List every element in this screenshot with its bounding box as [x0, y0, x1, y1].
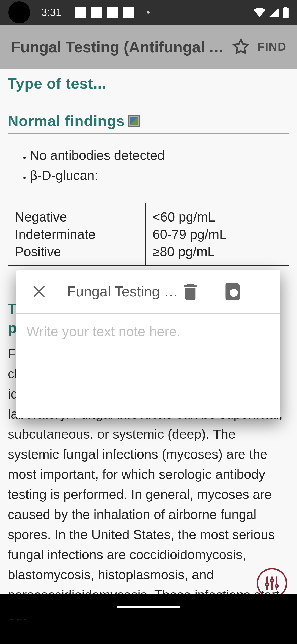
- section-heading-label: Normal findings: [8, 112, 125, 129]
- notification-icon: [75, 7, 86, 18]
- svg-point-0: [232, 291, 236, 295]
- table-cell: Negative: [15, 208, 139, 226]
- settings-fab[interactable]: [257, 568, 287, 598]
- delete-icon[interactable]: [183, 283, 198, 300]
- notification-icon: [107, 7, 118, 18]
- clock: 3:31: [41, 7, 62, 18]
- list-item: β-D-glucan:: [30, 166, 289, 186]
- table-cell: ≥80 pg/mL: [153, 243, 282, 260]
- normal-findings-list: No antibodies detected β-D-glucan:: [8, 134, 289, 192]
- cell-signal-icon: [269, 8, 279, 17]
- svg-point-6: [276, 585, 278, 587]
- section-normal-findings[interactable]: Normal findings: [8, 110, 289, 134]
- page-title: Fungal Testing (Antifungal A…: [11, 38, 224, 56]
- section-type-of-test[interactable]: Type of test...: [8, 72, 289, 96]
- table-cell: <60 pg/mL: [153, 208, 282, 226]
- status-bar: 3:31: [0, 0, 297, 25]
- broken-image-icon: [128, 115, 140, 127]
- list-item: No antibodies detected: [30, 146, 289, 166]
- wifi-icon: [254, 8, 266, 17]
- notification-icon: [123, 7, 134, 18]
- close-icon[interactable]: [32, 284, 46, 299]
- notification-icon: [91, 7, 102, 18]
- favorite-star-icon[interactable]: [232, 38, 250, 56]
- system-nav-bar: [0, 594, 297, 619]
- battery-icon: [283, 7, 289, 18]
- table-cell: Positive: [15, 243, 139, 260]
- table-cell: Indeterminate: [15, 226, 139, 243]
- reference-range-table: Negative Indeterminate Positive <60 pg/m…: [8, 203, 289, 266]
- save-icon[interactable]: [226, 283, 242, 300]
- find-button[interactable]: FIND: [257, 40, 287, 53]
- dialog-title: Fungal Testing …: [67, 283, 183, 300]
- note-input[interactable]: [26, 324, 271, 384]
- table-cell: 60-79 pg/mL: [153, 226, 282, 243]
- note-dialog: Fungal Testing …: [16, 270, 280, 418]
- svg-point-2: [266, 583, 269, 586]
- camera-cutout: [8, 1, 30, 23]
- svg-point-4: [271, 579, 273, 582]
- page: Fungal Testing (Antifungal A… FIND Type …: [0, 25, 297, 619]
- overflow-dot-icon: [147, 11, 150, 14]
- app-bar: Fungal Testing (Antifungal A… FIND: [0, 25, 297, 69]
- home-indicator[interactable]: [117, 606, 180, 608]
- section-partial: T p: [8, 299, 18, 337]
- sliders-icon: [264, 575, 280, 591]
